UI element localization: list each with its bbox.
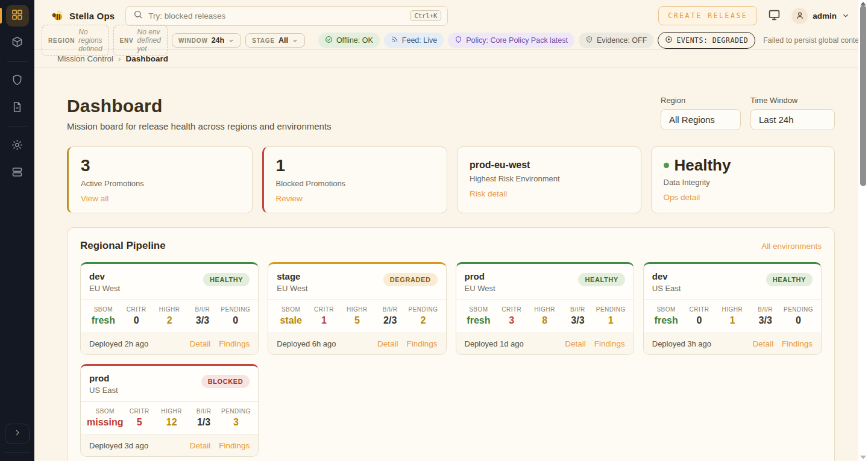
dashboard-grid-icon: [11, 8, 24, 24]
metric-label: SBOM: [87, 408, 123, 415]
metric-value: 0: [683, 315, 716, 326]
sidebar-item-settings[interactable]: [6, 135, 29, 157]
stat-cards-row: 3 Active Promotions View all 1 Blocked P…: [67, 146, 835, 213]
metric-value: 1: [594, 315, 627, 326]
sidebar-item-infrastructure[interactable]: [6, 162, 29, 184]
risk-detail-link[interactable]: Risk detail: [470, 189, 507, 198]
metric-label: CRITR: [120, 306, 153, 313]
chevron-right-icon: [13, 428, 22, 440]
metric-value: fresh: [87, 315, 120, 326]
breadcrumb-separator: ›: [118, 54, 121, 63]
deployed-text: Deployed 2h ago: [89, 339, 148, 348]
metric-label: PENDING: [407, 306, 440, 313]
sidebar-item-dashboard[interactable]: [6, 5, 29, 27]
window-filter-chip[interactable]: WINDOW 24h: [172, 33, 241, 48]
header-actions: CREATE RELEASE admin: [658, 6, 850, 25]
review-link[interactable]: Review: [276, 194, 303, 203]
metric-label: SBOM: [462, 306, 495, 313]
active-indicator: [0, 8, 2, 24]
status-badge: DEGRADED: [383, 273, 438, 286]
monitor-icon: [768, 8, 781, 24]
detail-link[interactable]: Detail: [565, 339, 586, 348]
metric-value: 3: [220, 417, 252, 428]
view-all-link[interactable]: View all: [81, 194, 108, 203]
ops-detail-link[interactable]: Ops detail: [664, 193, 700, 202]
metric-value: 1/3: [187, 417, 219, 428]
metric-label: HIGHR: [153, 306, 186, 313]
offline-status-pill[interactable]: Offline: OK: [318, 33, 380, 48]
app-root: Stella Ops Ctrl+K CREATE RELEASE admin R…: [0, 0, 868, 461]
sidebar-item-documents[interactable]: [6, 97, 29, 119]
evidence-status-pill[interactable]: Evidence: OFF: [579, 33, 653, 48]
pipeline-card-prod-us-east: prod US East BLOCKED SBOMmissing CRITR5 …: [80, 364, 259, 457]
detail-link[interactable]: Detail: [752, 339, 773, 348]
display-mode-button[interactable]: [768, 8, 781, 24]
bee-logo-icon: [50, 8, 64, 23]
stat-card-data-integrity: Healthy Data Integrity Ops detail: [651, 146, 835, 213]
stage-filter-chip[interactable]: STAGE All: [245, 33, 305, 48]
app-logo: Stella Ops: [50, 8, 115, 23]
vertical-scrollbar[interactable]: [858, 0, 868, 461]
sidebar: [0, 0, 34, 461]
deployed-text: Deployed 1d ago: [465, 339, 524, 348]
shield-x-icon: [585, 36, 593, 45]
metric-value: 3/3: [749, 315, 782, 326]
stat-label: Highest Risk Environment: [470, 174, 629, 183]
sidebar-divider: [5, 452, 30, 453]
metric-label: CRITR: [683, 306, 716, 313]
metrics-row: SBOMfresh CRITR0 HIGHR1 B/I/R3/3 PENDING…: [644, 299, 821, 333]
findings-link[interactable]: Findings: [594, 339, 625, 348]
user-menu[interactable]: admin: [791, 8, 850, 24]
package-icon: [11, 36, 24, 51]
detail-link[interactable]: Detail: [377, 339, 398, 348]
breadcrumb-parent[interactable]: Mission Control: [57, 54, 113, 63]
pipeline-card-dev-us-east: dev US East HEALTHY SBOMfresh CRITR0 HIG…: [643, 262, 822, 355]
metrics-row: SBOMstale CRITR1 HIGHR5 B/I/R2/3 PENDING…: [268, 299, 445, 333]
findings-link[interactable]: Findings: [406, 339, 437, 348]
sidebar-item-releases[interactable]: [6, 32, 29, 54]
metric-value: fresh: [462, 315, 495, 326]
time-window-select[interactable]: Last 24h: [750, 109, 835, 130]
metric-value: 0: [219, 315, 252, 326]
metric-value: stale: [274, 315, 307, 326]
region-name: US East: [652, 284, 681, 293]
gear-icon: [11, 139, 24, 154]
app-name: Stella Ops: [69, 11, 115, 21]
metric-label: HIGHR: [528, 306, 561, 313]
create-release-button[interactable]: CREATE RELEASE: [658, 6, 757, 25]
user-avatar-icon: [791, 8, 808, 24]
metric-label: B/I/R: [561, 306, 594, 313]
findings-link[interactable]: Findings: [219, 339, 250, 348]
scroll-down-arrow[interactable]: [860, 456, 866, 459]
metrics-row: SBOMfresh CRITR0 HIGHR2 B/I/R3/3 PENDING…: [81, 299, 258, 333]
metric-value: 2: [407, 315, 440, 326]
findings-link[interactable]: Findings: [219, 441, 250, 450]
window-filter-value: 24h: [212, 36, 225, 45]
search-input[interactable]: [148, 11, 404, 20]
region-name: EU West: [465, 284, 495, 293]
detail-link[interactable]: Detail: [190, 339, 211, 348]
sidebar-item-security[interactable]: [6, 70, 29, 92]
metric-label: SBOM: [650, 306, 683, 313]
all-environments-link[interactable]: All environments: [761, 242, 822, 251]
sidebar-collapse-button[interactable]: [5, 424, 30, 444]
metric-label: CRITR: [307, 306, 341, 313]
findings-link[interactable]: Findings: [782, 339, 813, 348]
sidebar-divider: [7, 61, 28, 62]
policy-status-pill[interactable]: Policy: Core Policy Pack latest: [448, 33, 574, 48]
detail-link[interactable]: Detail: [190, 441, 211, 450]
rss-icon: [391, 36, 398, 45]
search-icon: [133, 10, 143, 22]
metric-value: 12: [156, 417, 187, 428]
region-select[interactable]: All Regions: [661, 109, 741, 130]
region-name: US East: [89, 386, 118, 395]
events-status-pill[interactable]: EVENTS: DEGRADED: [658, 32, 755, 49]
scrollbar-thumb[interactable]: [860, 5, 866, 186]
metric-value: 3: [495, 315, 528, 326]
regional-pipeline-panel: Regional Pipeline All environments dev E…: [67, 227, 835, 461]
metric-label: B/I/R: [374, 306, 407, 313]
metric-label: PENDING: [219, 306, 252, 313]
stat-card-active-promotions: 3 Active Promotions View all: [67, 146, 253, 213]
page-title: Dashboard: [67, 96, 332, 116]
feed-status-pill[interactable]: Feed: Live: [384, 33, 444, 48]
